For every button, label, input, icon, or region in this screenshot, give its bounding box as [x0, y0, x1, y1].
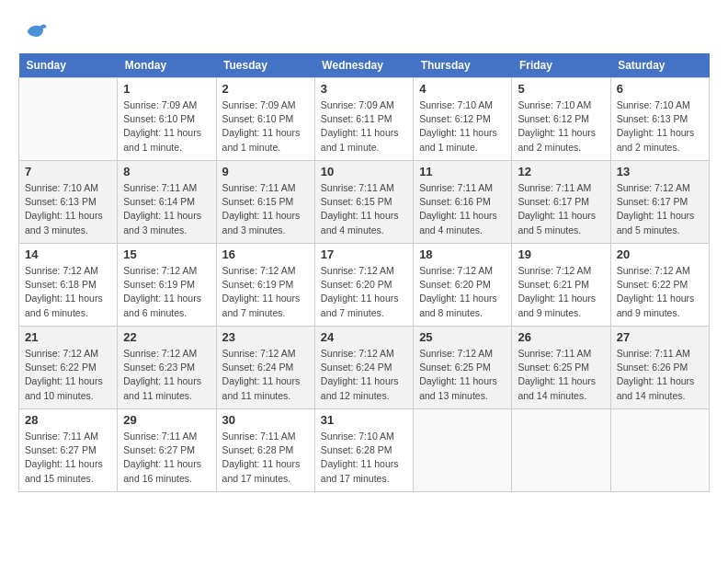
calendar-cell: 7Sunrise: 7:10 AMSunset: 6:13 PMDaylight…	[19, 161, 118, 244]
day-info: Sunrise: 7:11 AMSunset: 6:15 PMDaylight:…	[222, 181, 309, 237]
calendar-cell: 5Sunrise: 7:10 AMSunset: 6:12 PMDaylight…	[512, 78, 610, 161]
calendar-cell: 23Sunrise: 7:12 AMSunset: 6:24 PMDayligh…	[216, 327, 314, 409]
calendar-cell: 14Sunrise: 7:12 AMSunset: 6:18 PMDayligh…	[19, 244, 118, 327]
day-info: Sunrise: 7:12 AMSunset: 6:25 PMDaylight:…	[419, 347, 506, 403]
calendar-cell	[610, 409, 709, 492]
day-info: Sunrise: 7:10 AMSunset: 6:12 PMDaylight:…	[419, 98, 506, 155]
header-thursday: Thursday	[414, 53, 512, 78]
day-number: 8	[123, 165, 210, 178]
calendar-cell: 31Sunrise: 7:10 AMSunset: 6:28 PMDayligh…	[314, 409, 413, 492]
day-number: 26	[518, 330, 604, 344]
day-info: Sunrise: 7:11 AMSunset: 6:25 PMDaylight:…	[518, 347, 604, 403]
day-number: 20	[617, 247, 703, 261]
header-saturday: Saturday	[610, 53, 709, 78]
day-number: 11	[419, 165, 506, 178]
day-info: Sunrise: 7:11 AMSunset: 6:14 PMDaylight:…	[123, 181, 210, 237]
header-monday: Monday	[118, 53, 216, 78]
day-number: 16	[222, 247, 309, 261]
calendar-week-row: 28Sunrise: 7:11 AMSunset: 6:27 PMDayligh…	[19, 409, 710, 492]
day-info: Sunrise: 7:11 AMSunset: 6:27 PMDaylight:…	[123, 430, 210, 486]
day-info: Sunrise: 7:11 AMSunset: 6:28 PMDaylight:…	[222, 430, 309, 486]
calendar-cell: 19Sunrise: 7:12 AMSunset: 6:21 PMDayligh…	[512, 244, 610, 327]
day-info: Sunrise: 7:11 AMSunset: 6:27 PMDaylight:…	[25, 430, 111, 486]
calendar-cell	[512, 409, 610, 492]
day-number: 15	[123, 247, 210, 261]
calendar-week-row: 21Sunrise: 7:12 AMSunset: 6:22 PMDayligh…	[19, 327, 710, 409]
calendar-cell	[414, 409, 512, 492]
day-info: Sunrise: 7:11 AMSunset: 6:16 PMDaylight:…	[419, 181, 506, 237]
calendar-cell: 29Sunrise: 7:11 AMSunset: 6:27 PMDayligh…	[118, 409, 216, 492]
day-number: 28	[25, 413, 111, 427]
calendar-cell: 20Sunrise: 7:12 AMSunset: 6:22 PMDayligh…	[610, 244, 709, 327]
day-number: 12	[518, 165, 604, 178]
calendar-cell: 30Sunrise: 7:11 AMSunset: 6:28 PMDayligh…	[216, 409, 314, 492]
day-number: 5	[518, 82, 604, 96]
day-number: 3	[321, 82, 407, 96]
calendar-cell: 6Sunrise: 7:10 AMSunset: 6:13 PMDaylight…	[610, 78, 709, 161]
header-friday: Friday	[512, 53, 610, 78]
day-number: 24	[321, 330, 407, 344]
calendar-week-row: 7Sunrise: 7:10 AMSunset: 6:13 PMDaylight…	[19, 161, 710, 244]
day-info: Sunrise: 7:12 AMSunset: 6:18 PMDaylight:…	[25, 264, 111, 320]
day-info: Sunrise: 7:11 AMSunset: 6:26 PMDaylight:…	[617, 347, 703, 403]
header-sunday: Sunday	[19, 53, 118, 78]
day-info: Sunrise: 7:11 AMSunset: 6:17 PMDaylight:…	[518, 181, 604, 237]
logo	[18, 18, 48, 44]
day-info: Sunrise: 7:12 AMSunset: 6:21 PMDaylight:…	[518, 264, 604, 320]
calendar-cell: 28Sunrise: 7:11 AMSunset: 6:27 PMDayligh…	[19, 409, 118, 492]
calendar-cell: 10Sunrise: 7:11 AMSunset: 6:15 PMDayligh…	[314, 161, 413, 244]
calendar-cell: 3Sunrise: 7:09 AMSunset: 6:11 PMDaylight…	[314, 78, 413, 161]
calendar-cell: 25Sunrise: 7:12 AMSunset: 6:25 PMDayligh…	[414, 327, 512, 409]
day-info: Sunrise: 7:10 AMSunset: 6:13 PMDaylight:…	[25, 181, 111, 237]
day-number: 4	[419, 82, 506, 96]
calendar-cell: 26Sunrise: 7:11 AMSunset: 6:25 PMDayligh…	[512, 327, 610, 409]
calendar-cell: 2Sunrise: 7:09 AMSunset: 6:10 PMDaylight…	[216, 78, 314, 161]
calendar-cell: 11Sunrise: 7:11 AMSunset: 6:16 PMDayligh…	[414, 161, 512, 244]
calendar-cell	[19, 78, 118, 161]
calendar-cell: 12Sunrise: 7:11 AMSunset: 6:17 PMDayligh…	[512, 161, 610, 244]
calendar-table: SundayMondayTuesdayWednesdayThursdayFrid…	[18, 53, 710, 492]
page-header	[18, 18, 710, 44]
day-info: Sunrise: 7:12 AMSunset: 6:22 PMDaylight:…	[617, 264, 703, 320]
day-info: Sunrise: 7:12 AMSunset: 6:22 PMDaylight:…	[25, 347, 111, 403]
day-number: 19	[518, 247, 604, 261]
day-info: Sunrise: 7:09 AMSunset: 6:10 PMDaylight:…	[123, 98, 210, 155]
day-number: 31	[321, 413, 407, 427]
calendar-cell: 21Sunrise: 7:12 AMSunset: 6:22 PMDayligh…	[19, 327, 118, 409]
day-info: Sunrise: 7:11 AMSunset: 6:15 PMDaylight:…	[321, 181, 407, 237]
calendar-cell: 17Sunrise: 7:12 AMSunset: 6:20 PMDayligh…	[314, 244, 413, 327]
day-number: 2	[222, 82, 309, 96]
day-number: 6	[617, 82, 703, 96]
day-number: 23	[222, 330, 309, 344]
calendar-week-row: 1Sunrise: 7:09 AMSunset: 6:10 PMDaylight…	[19, 78, 710, 161]
day-number: 21	[25, 330, 111, 344]
day-number: 27	[617, 330, 703, 344]
calendar-cell: 16Sunrise: 7:12 AMSunset: 6:19 PMDayligh…	[216, 244, 314, 327]
day-number: 30	[222, 413, 309, 427]
day-info: Sunrise: 7:12 AMSunset: 6:24 PMDaylight:…	[321, 347, 407, 403]
day-info: Sunrise: 7:09 AMSunset: 6:11 PMDaylight:…	[321, 98, 407, 155]
day-info: Sunrise: 7:10 AMSunset: 6:13 PMDaylight:…	[617, 98, 703, 155]
day-info: Sunrise: 7:12 AMSunset: 6:19 PMDaylight:…	[222, 264, 309, 320]
calendar-header-row: SundayMondayTuesdayWednesdayThursdayFrid…	[19, 53, 710, 78]
calendar-week-row: 14Sunrise: 7:12 AMSunset: 6:18 PMDayligh…	[19, 244, 710, 327]
day-number: 17	[321, 247, 407, 261]
calendar-cell: 13Sunrise: 7:12 AMSunset: 6:17 PMDayligh…	[610, 161, 709, 244]
day-info: Sunrise: 7:12 AMSunset: 6:17 PMDaylight:…	[617, 181, 703, 237]
day-info: Sunrise: 7:12 AMSunset: 6:20 PMDaylight:…	[419, 264, 506, 320]
header-tuesday: Tuesday	[216, 53, 314, 78]
calendar-cell: 8Sunrise: 7:11 AMSunset: 6:14 PMDaylight…	[118, 161, 216, 244]
day-info: Sunrise: 7:12 AMSunset: 6:23 PMDaylight:…	[123, 347, 210, 403]
day-number: 1	[123, 82, 210, 96]
calendar-cell: 9Sunrise: 7:11 AMSunset: 6:15 PMDaylight…	[216, 161, 314, 244]
day-number: 14	[25, 247, 111, 261]
calendar-cell: 24Sunrise: 7:12 AMSunset: 6:24 PMDayligh…	[314, 327, 413, 409]
day-info: Sunrise: 7:12 AMSunset: 6:20 PMDaylight:…	[321, 264, 407, 320]
day-info: Sunrise: 7:09 AMSunset: 6:10 PMDaylight:…	[222, 98, 309, 155]
header-wednesday: Wednesday	[314, 53, 413, 78]
day-number: 7	[25, 165, 111, 178]
calendar-cell: 22Sunrise: 7:12 AMSunset: 6:23 PMDayligh…	[118, 327, 216, 409]
day-number: 25	[419, 330, 506, 344]
calendar-cell: 18Sunrise: 7:12 AMSunset: 6:20 PMDayligh…	[414, 244, 512, 327]
logo-bird-icon	[22, 18, 48, 44]
